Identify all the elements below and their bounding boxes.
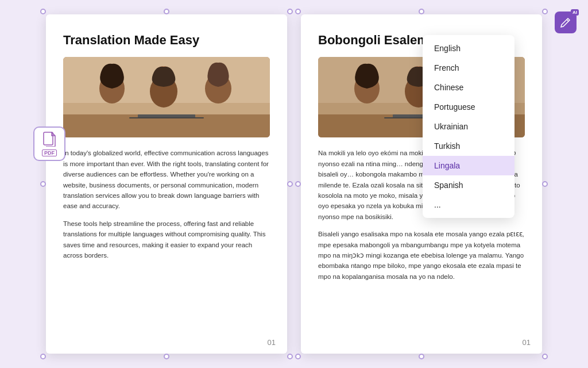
card2-wrapper: Bobongoli Esalemi Pe	[301, 14, 542, 354]
handle-tl-1[interactable]	[40, 9, 46, 14]
pdf-badge[interactable]: PDF	[33, 126, 65, 161]
language-dropdown: English French Chinese Portuguese Ukrain…	[423, 35, 514, 218]
dropdown-item-french[interactable]: French	[423, 58, 514, 78]
handle-bc-2[interactable]	[419, 354, 424, 359]
handle-mr-1[interactable]	[287, 181, 293, 187]
handle-bc-1[interactable]	[164, 354, 169, 359]
card1-image	[63, 57, 270, 137]
card1-title: Translation Made Easy	[63, 33, 270, 48]
card1-body: In today's globalized world, effective c…	[63, 148, 270, 260]
pdf-icon	[43, 132, 56, 148]
dropdown-item-lingala[interactable]: Lingala	[423, 156, 514, 175]
main-container: PDF Translation Made Easy	[0, 0, 588, 368]
dropdown-item-more[interactable]: ...	[423, 195, 514, 214]
card2-body-para2: Bisaleli yango esalisaka mpo na kosala e…	[318, 229, 525, 282]
card1: Translation Made Easy	[46, 14, 287, 354]
card2-page-number: 01	[523, 338, 531, 347]
handle-br-2[interactable]	[542, 354, 548, 359]
dropdown-item-turkish[interactable]: Turkish	[423, 136, 514, 156]
handle-br-1[interactable]	[287, 354, 293, 359]
dropdown-item-ukrainian[interactable]: Ukrainian	[423, 117, 514, 136]
ai-label: AI	[571, 9, 579, 16]
card1-body-para2: These tools help streamline the process,…	[63, 218, 270, 261]
handle-tl-2[interactable]	[295, 9, 301, 14]
handle-mr-2[interactable]	[542, 181, 548, 187]
card1-body-para1: In today's globalized world, effective c…	[63, 148, 270, 211]
handle-bl-2[interactable]	[295, 354, 301, 359]
handle-ml-2[interactable]	[295, 181, 301, 187]
dropdown-item-chinese[interactable]: Chinese	[423, 78, 514, 97]
svg-rect-11	[129, 117, 204, 118]
dropdown-item-portuguese[interactable]: Portuguese	[423, 97, 514, 117]
dropdown-item-spanish[interactable]: Spanish	[423, 175, 514, 195]
handle-tc-2[interactable]	[419, 9, 424, 14]
handle-tr-2[interactable]	[542, 9, 548, 14]
pdf-label: PDF	[42, 150, 57, 156]
handle-tr-1[interactable]	[287, 9, 293, 14]
dropdown-item-english[interactable]: English	[423, 39, 514, 58]
handle-ml-1[interactable]	[40, 181, 46, 187]
card1-wrapper: PDF Translation Made Easy	[46, 14, 287, 354]
handle-tc-1[interactable]	[164, 9, 169, 14]
card1-page-number: 01	[268, 338, 276, 347]
handle-bl-1[interactable]	[40, 354, 46, 359]
